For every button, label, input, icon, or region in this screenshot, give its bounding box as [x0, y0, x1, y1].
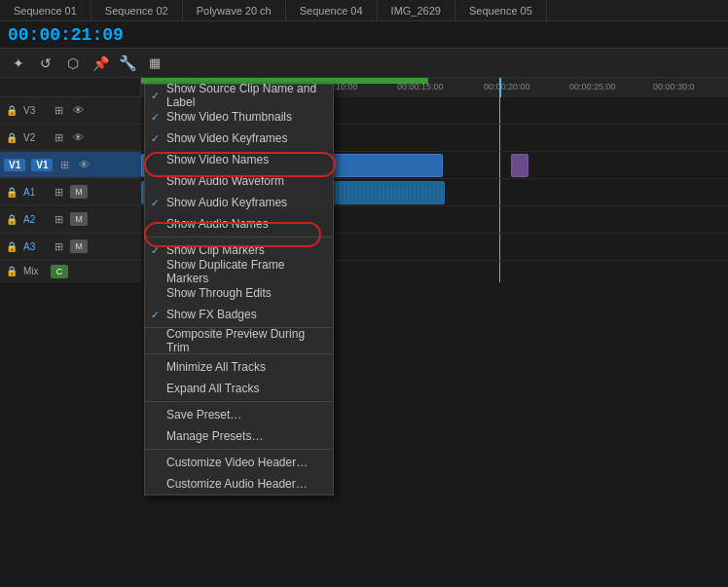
playhead-a2 — [499, 206, 500, 233]
eye-v2[interactable]: 👁 — [70, 129, 86, 145]
track-select-icon[interactable]: ⬡ — [62, 53, 84, 74]
menu-composite-preview[interactable]: Composite Preview During Trim — [145, 330, 333, 351]
a3-label: A3 — [23, 241, 47, 252]
menu-expand-tracks[interactable]: Expand All Tracks — [145, 378, 333, 399]
extra-icon[interactable]: ▦ — [144, 53, 165, 74]
playhead-mix — [499, 261, 500, 282]
tab-sequence02[interactable]: Sequence 02 — [91, 0, 183, 20]
mute-a2[interactable]: M — [70, 212, 88, 226]
sync-v2[interactable]: ⊞ — [51, 129, 66, 145]
check-audio-keyframes: ✓ — [151, 197, 160, 209]
menu-show-audio-waveform[interactable]: Show Audio Waveform — [145, 170, 333, 192]
track-row-a2: 🔒 A2 ⊞ M — [0, 206, 728, 234]
ruler-label-3: 00:00:15:00 — [397, 82, 444, 92]
tab-img2629[interactable]: IMG_2629 — [378, 0, 455, 20]
ruler-label-4: 00:00:20:00 — [484, 82, 530, 92]
menu-customize-audio-header[interactable]: Customize Audio Header… — [145, 473, 333, 495]
timecode-row: 00:00:21:09 — [0, 21, 728, 49]
mix-channel: C — [51, 265, 68, 278]
tab-sequence01[interactable]: Sequence 01 — [0, 0, 91, 20]
track-row-v3: 🔒 V3 ⊞ 👁 — [0, 97, 728, 125]
menu-show-fx-badges[interactable]: ✓ Show FX Badges — [145, 304, 333, 325]
sync-v1[interactable]: ⊞ — [56, 157, 72, 172]
menu-show-duplicate-frame[interactable]: Show Duplicate Frame Markers — [145, 261, 333, 282]
track-header-a1: 🔒 A1 ⊞ M — [0, 179, 141, 205]
track-header-mix: 🔒 Mix C — [0, 261, 141, 282]
selection-tool-icon[interactable]: ✦ — [8, 53, 29, 74]
v1-active-label: V1 — [4, 159, 25, 171]
track-header-a2: 🔒 A2 ⊞ M — [0, 206, 141, 233]
menu-show-source-clip[interactable]: ✓ Show Source Clip Name and Label — [145, 85, 333, 106]
mix-label: Mix — [23, 266, 47, 276]
track-row-a1: 🔒 A1 ⊞ M — [0, 179, 728, 206]
lock-mix[interactable]: 🔒 — [4, 264, 19, 279]
playhead-ruler — [499, 78, 501, 97]
timecode-display: 00:00:21:09 — [8, 25, 124, 45]
lock-a3[interactable]: 🔒 — [4, 238, 19, 254]
sync-v3[interactable]: ⊞ — [51, 102, 66, 118]
check-source-clip: ✓ — [151, 90, 160, 102]
tab-bar: Sequence 01 Sequence 02 Polywave 20 ch S… — [0, 0, 728, 21]
ruler-label-5: 00:00:25:00 — [569, 82, 616, 92]
lock-v2[interactable]: 🔒 — [4, 129, 19, 145]
ruler-label-6: 00:00:30:0 — [653, 82, 695, 92]
lock-a1[interactable]: 🔒 — [4, 184, 19, 200]
track-header-v3: 🔒 V3 ⊞ 👁 — [0, 97, 141, 124]
context-menu: ✓ Show Source Clip Name and Label ✓ Show… — [144, 84, 334, 495]
menu-show-video-names[interactable]: Show Video Names — [145, 149, 333, 170]
a2-label: A2 — [23, 214, 47, 225]
track-row-a3: 🔒 A3 ⊞ M — [0, 234, 728, 261]
lock-a2[interactable]: 🔒 — [4, 211, 19, 227]
menu-minimize-tracks[interactable]: Minimize All Tracks — [145, 356, 333, 378]
lock-v3[interactable]: 🔒 — [4, 102, 19, 118]
sync-a1[interactable]: ⊞ — [51, 184, 66, 200]
v1-clip-purple[interactable] — [511, 154, 528, 177]
menu-show-audio-keyframes[interactable]: ✓ Show Audio Keyframes — [145, 192, 333, 213]
v3-label: V3 — [23, 105, 47, 116]
track-row-mix: 🔒 Mix C — [0, 261, 728, 282]
check-video-thumbnails: ✓ — [151, 111, 160, 124]
tab-polywave[interactable]: Polywave 20 ch — [183, 0, 286, 20]
mute-a1[interactable]: M — [70, 185, 88, 199]
track-header-v1: V1 V1 ⊞ 👁 — [0, 152, 141, 178]
track-row-v2: 🔒 V2 ⊞ 👁 — [0, 125, 728, 152]
track-header-v2: 🔒 V2 ⊞ 👁 — [0, 125, 141, 151]
eye-v1[interactable]: 👁 — [76, 157, 91, 172]
check-clip-markers: ✓ — [151, 244, 160, 257]
menu-show-audio-names[interactable]: Show Audio Names — [145, 213, 333, 235]
check-video-keyframes: ✓ — [151, 132, 160, 145]
ripple-tool-icon[interactable]: ↺ — [35, 53, 56, 74]
track-header-a3: 🔒 A3 ⊞ M — [0, 234, 141, 260]
menu-divider-5 — [145, 449, 333, 450]
v2-label: V2 — [23, 132, 47, 143]
menu-show-video-keyframes[interactable]: ✓ Show Video Keyframes — [145, 128, 333, 149]
sync-a2[interactable]: ⊞ — [51, 211, 66, 227]
menu-customize-video-header[interactable]: Customize Video Header… — [145, 452, 333, 473]
mute-a3[interactable]: M — [70, 239, 88, 253]
eye-v3[interactable]: 👁 — [70, 102, 86, 118]
playhead-v2 — [499, 125, 500, 151]
menu-divider-1 — [145, 237, 333, 238]
sync-a3[interactable]: ⊞ — [51, 238, 66, 254]
menu-save-preset[interactable]: Save Preset… — [145, 404, 333, 425]
v1-label2: V1 — [31, 159, 53, 171]
menu-show-video-thumbnails[interactable]: ✓ Show Video Thumbnails — [145, 106, 333, 128]
playhead-v3 — [499, 97, 500, 124]
wrench-icon[interactable]: 🔧 — [117, 53, 138, 74]
playhead-a3 — [499, 234, 500, 260]
tab-sequence05[interactable]: Sequence 05 — [455, 0, 547, 20]
menu-manage-presets[interactable]: Manage Presets… — [145, 425, 333, 447]
menu-show-through-edits[interactable]: Show Through Edits — [145, 282, 333, 304]
menu-divider-4 — [145, 401, 333, 402]
tab-sequence04[interactable]: Sequence 04 — [286, 0, 378, 20]
playhead-a1 — [499, 179, 500, 205]
toolbar: ✦ ↺ ⬡ 📌 🔧 ▦ — [0, 49, 728, 78]
a1-label: A1 — [23, 187, 47, 198]
ruler-row: :00:00 00:00:05:00 00:00:10:00 00:00:15:… — [0, 78, 728, 97]
playhead-v1 — [499, 152, 500, 178]
check-fx-badges: ✓ — [151, 309, 160, 321]
pin-icon[interactable]: 📌 — [90, 53, 111, 74]
track-row-v1: V1 V1 ⊞ 👁 — [0, 152, 728, 179]
